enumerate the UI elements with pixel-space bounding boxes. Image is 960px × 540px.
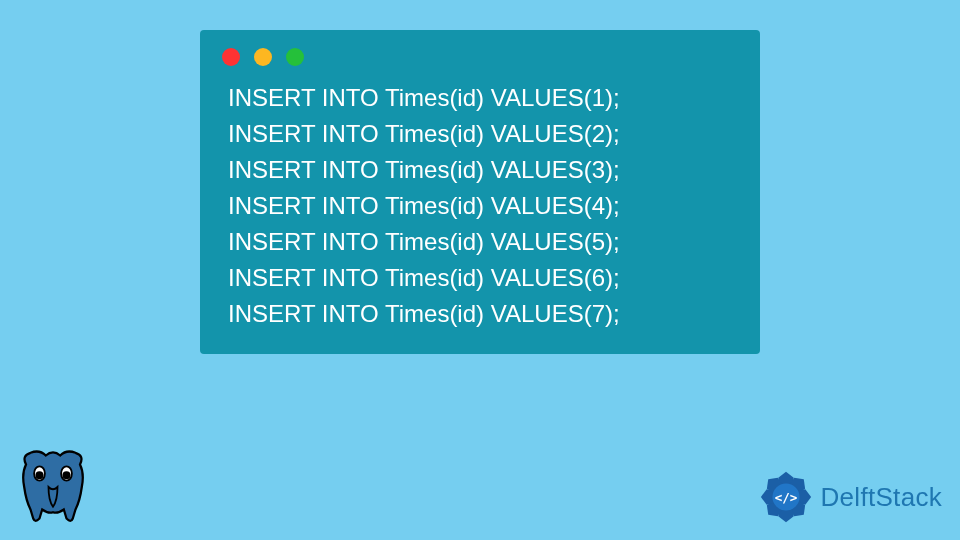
code-line: INSERT INTO Times(id) VALUES(5); (228, 224, 732, 260)
maximize-icon[interactable] (286, 48, 304, 66)
code-line: INSERT INTO Times(id) VALUES(2); (228, 116, 732, 152)
delftstack-badge-icon: </> (757, 468, 815, 526)
close-icon[interactable] (222, 48, 240, 66)
code-line: INSERT INTO Times(id) VALUES(4); (228, 188, 732, 224)
code-line: INSERT INTO Times(id) VALUES(7); (228, 296, 732, 332)
code-window: INSERT INTO Times(id) VALUES(1); INSERT … (200, 30, 760, 354)
window-controls (200, 30, 760, 74)
code-block: INSERT INTO Times(id) VALUES(1); INSERT … (200, 74, 760, 332)
postgresql-icon (8, 442, 98, 532)
code-line: INSERT INTO Times(id) VALUES(1); (228, 80, 732, 116)
brand-name: DelftStack (821, 482, 943, 513)
svg-point-3 (64, 473, 69, 478)
code-line: INSERT INTO Times(id) VALUES(6); (228, 260, 732, 296)
svg-point-2 (37, 473, 42, 478)
brand-logo: </> DelftStack (757, 468, 943, 526)
code-line: INSERT INTO Times(id) VALUES(3); (228, 152, 732, 188)
minimize-icon[interactable] (254, 48, 272, 66)
svg-text:</>: </> (774, 490, 797, 505)
